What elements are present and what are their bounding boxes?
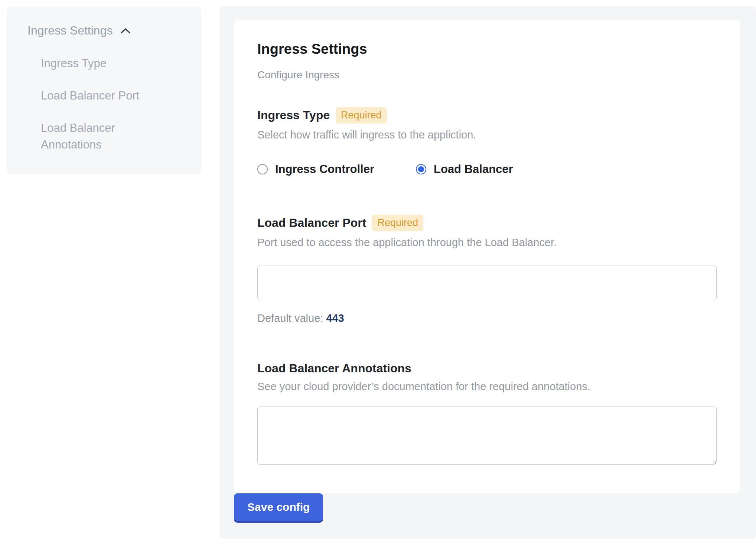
ingress-type-description: Select how traffic will ingress to the a… (257, 129, 717, 141)
load-balancer-annotations-textarea[interactable] (257, 406, 717, 465)
save-config-button[interactable]: Save config (234, 493, 323, 521)
required-badge: Required (372, 215, 423, 231)
section-load-balancer-port: Load Balancer Port Required Port used to… (257, 215, 717, 324)
required-badge: Required (336, 107, 387, 124)
sidebar-item-ingress-type[interactable]: Ingress Type (41, 55, 178, 72)
radio-circle-icon[interactable] (257, 164, 268, 174)
load-balancer-port-input[interactable] (257, 265, 717, 300)
lb-port-description: Port used to access the application thro… (257, 236, 717, 249)
radio-ingress-controller[interactable]: Ingress Controller (257, 163, 374, 176)
ingress-type-radio-group: Ingress Controller Load Balancer (257, 163, 717, 176)
default-value-line: Default value:443 (257, 312, 717, 324)
radio-label: Ingress Controller (275, 163, 374, 176)
sidebar-item-load-balancer-annotations[interactable]: Load Balancer Annotations (41, 120, 178, 153)
radio-load-balancer[interactable]: Load Balancer (416, 163, 513, 176)
radio-label: Load Balancer (434, 163, 513, 176)
section-load-balancer-annotations: Load Balancer Annotations See your cloud… (257, 362, 717, 466)
lb-port-label: Load Balancer Port (257, 216, 366, 230)
ingress-type-label: Ingress Type (257, 108, 330, 122)
ingress-settings-card: Ingress Settings Configure Ingress Ingre… (234, 20, 740, 493)
sidebar-items: Ingress Type Load Balancer Port Load Bal… (27, 55, 186, 153)
chevron-up-icon (120, 27, 131, 35)
page: Ingress Settings Ingress Type Load Balan… (0, 0, 756, 539)
sidebar-section-label: Ingress Settings (27, 24, 113, 37)
page-title: Ingress Settings (257, 41, 717, 57)
section-ingress-type: Ingress Type Required Select how traffic… (257, 107, 717, 176)
sidebar-section-ingress-settings[interactable]: Ingress Settings (27, 24, 186, 37)
sidebar-item-load-balancer-port[interactable]: Load Balancer Port (41, 88, 178, 104)
page-subtitle: Configure Ingress (257, 69, 717, 81)
lb-annotations-description: See your cloud provider’s documentation … (257, 380, 717, 393)
radio-circle-icon[interactable] (416, 164, 426, 174)
main-panel: Ingress Settings Configure Ingress Ingre… (219, 6, 756, 539)
settings-sidebar: Ingress Settings Ingress Type Load Balan… (7, 7, 201, 174)
lb-annotations-label: Load Balancer Annotations (257, 362, 411, 375)
default-value-label: Default value: (257, 312, 323, 324)
default-value: 443 (326, 312, 344, 324)
